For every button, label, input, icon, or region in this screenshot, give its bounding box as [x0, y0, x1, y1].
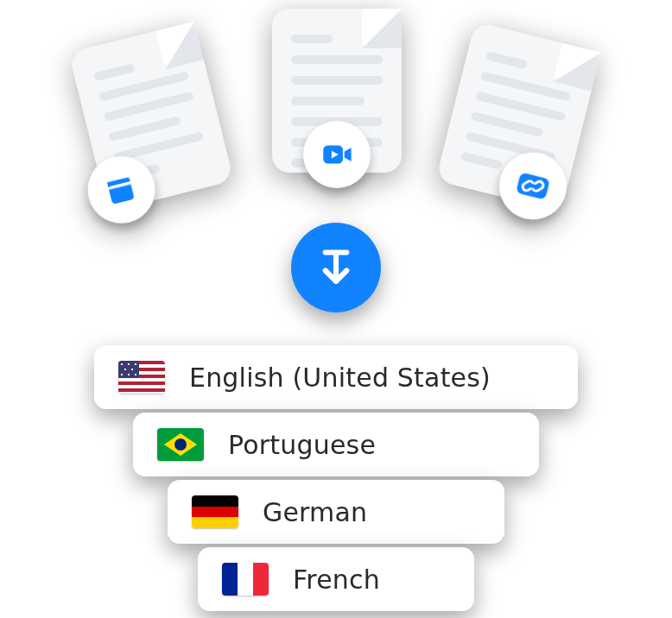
language-label: French: [293, 564, 380, 595]
language-option-german[interactable]: German: [168, 480, 504, 544]
language-label: English (United States): [189, 363, 491, 393]
language-label: German: [263, 497, 367, 527]
import-down-icon: [312, 243, 360, 292]
flag-fr-icon: [222, 563, 269, 596]
language-label: Portuguese: [228, 430, 376, 460]
language-option-portuguese[interactable]: Portuguese: [133, 413, 539, 476]
flag-br-icon: [157, 428, 204, 461]
language-option-english-us[interactable]: English (United States): [94, 345, 578, 409]
document-link: [435, 22, 601, 212]
language-list: English (United States) Portuguese Germa…: [94, 345, 578, 611]
documents-row: [0, 9, 672, 224]
document-video: [272, 9, 402, 173]
video-icon: [303, 121, 371, 188]
import-button[interactable]: [291, 223, 381, 312]
flag-de-icon: [192, 495, 238, 528]
flag-us-icon: [118, 361, 165, 394]
document-audio: [68, 22, 234, 212]
svg-rect-1: [516, 172, 550, 199]
language-option-french[interactable]: French: [198, 547, 474, 611]
